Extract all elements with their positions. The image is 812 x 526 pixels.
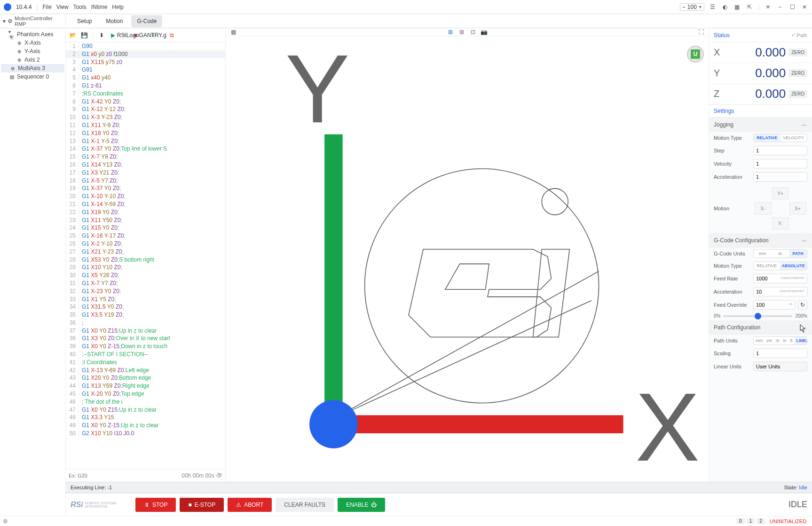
code-line[interactable]: 14G1 X-37 Y0 Z0;Top line of lower S [66, 145, 225, 153]
code-line[interactable]: 40;--START OF I SECTION-- [66, 351, 225, 359]
code-line[interactable]: 25G1 X-16 Y-17 Z0; [66, 232, 225, 240]
code-line[interactable]: 5G1 x40 y40 [66, 74, 225, 82]
zoom-out[interactable]: − [682, 4, 686, 10]
jog-x-minus[interactable]: X- [755, 202, 772, 215]
tree-item-axis-2[interactable]: ⊕Axis 2 [0, 56, 65, 64]
code-line[interactable]: 46; The dot of the i [66, 398, 225, 406]
code-line[interactable]: 1G90 [66, 42, 225, 50]
jog-velocity[interactable]: VELOCITY [780, 134, 807, 142]
code-line[interactable]: 39G1 X0 Y0 Z-15;Down in z to touch [66, 343, 225, 351]
units-mm[interactable]: mm [754, 250, 772, 257]
code-line[interactable]: 17G1 X3 Y21 Z0; [66, 169, 225, 177]
status-chip-2[interactable]: 2 [757, 518, 765, 524]
window-maximize[interactable]: ☐ [788, 3, 796, 11]
scaling-input[interactable] [753, 349, 807, 358]
code-line[interactable]: 23G1 X11 Y50 Z0; [66, 216, 225, 224]
code-line[interactable]: 28G1 X53 Y0 Z0;S bottom right [66, 256, 225, 264]
stop-button[interactable]: ⏸STOP [135, 498, 176, 512]
jogging-header[interactable]: Jogging ︿ [709, 118, 812, 132]
feed-slider[interactable] [723, 315, 792, 317]
jog-relative[interactable]: RELATIVE [754, 134, 780, 142]
menu-tools[interactable]: Tools [73, 4, 87, 10]
pu-linear[interactable]: LINEAR [795, 337, 807, 344]
code-line[interactable]: 43G1 X20 Y0 Z0;Bottom edge [66, 374, 225, 382]
pu-cm[interactable]: cm [765, 337, 774, 344]
zero-button[interactable]: ZERO [788, 48, 807, 56]
tab-setup[interactable]: Setup [71, 15, 97, 27]
code-line[interactable]: 29G1 X10 Y10 Z0; [66, 263, 225, 271]
code-line[interactable]: 21G1 X-14 Y-59 Z0; [66, 200, 225, 208]
abort-button[interactable]: ⚠ABORT [228, 498, 272, 512]
menu-help[interactable]: Help [112, 4, 124, 10]
menu-view[interactable]: View [56, 4, 69, 10]
code-line[interactable]: 6G1 z-61 [66, 82, 225, 90]
layout-icon[interactable]: ☰ [709, 3, 717, 11]
gcode-absolute[interactable]: ABSOLUTE [780, 262, 807, 270]
gcode-config-header[interactable]: G-Code Configuration ︿ [709, 233, 812, 247]
jog-y-plus[interactable]: Y+ [772, 187, 789, 199]
tab-motion[interactable]: Motion [100, 15, 128, 27]
code-line[interactable]: 13G1 X-1 Y-5 Z0; [66, 137, 225, 145]
code-line[interactable]: 7;RS Coordinates [66, 90, 225, 98]
theme-icon[interactable]: ☀ [764, 3, 772, 11]
code-line[interactable]: 16G1 X14 Y13 Z0; [66, 161, 225, 169]
settings-header[interactable]: Settings [709, 104, 812, 118]
code-line[interactable]: 34G1 X31.5 Y0 Z0; [66, 303, 225, 311]
file-copy-icon[interactable]: ⧉ [170, 32, 174, 39]
code-line[interactable]: 47G1 X0 Y0 Z15;Up in z to clear [66, 406, 225, 414]
tree-item-y-axis[interactable]: ⊕Y-Axis [0, 47, 65, 56]
code-line[interactable]: 36; [66, 319, 225, 327]
tab-gcode[interactable]: G-Code [131, 15, 162, 27]
canvas[interactable]: U [226, 36, 709, 482]
code-line[interactable]: 49G1 X0 Y0 Z-15;Up in z to clear [66, 422, 225, 430]
menu-file[interactable]: File [43, 4, 52, 10]
units-in[interactable]: in [772, 250, 789, 257]
download-icon[interactable]: ⬇ [98, 32, 105, 39]
jog-y-minus[interactable]: Y- [772, 217, 789, 230]
step-input[interactable] [753, 146, 807, 155]
code-line[interactable]: 44G1 X13 Y69 Z0;Right edge [66, 382, 225, 390]
linear-units-value[interactable] [753, 362, 807, 371]
menu-intime[interactable]: INtime [91, 4, 108, 10]
code-line[interactable]: 32G1 X-23 Y0 Z0; [66, 287, 225, 295]
contrast-icon[interactable]: ◐ [721, 3, 729, 11]
pu-in[interactable]: in [781, 337, 788, 344]
code-line[interactable]: 8G1 X-42 Y0 Z0; [66, 98, 225, 106]
code-line[interactable]: 24G1 X15 Y0 Z0; [66, 224, 225, 232]
code-line[interactable]: 12G1 X18 Y0 Z0; [66, 129, 225, 137]
units-path[interactable]: PATH [789, 250, 807, 257]
code-editor[interactable]: 1G902G1 x0 y0 z0 f10003G1 X115 y75 z04G9… [66, 42, 225, 469]
code-line[interactable]: 27G1 X21 Y-23 Z0; [66, 248, 225, 256]
code-line[interactable]: 45G1 X-20 Y0 Z0;Top edge [66, 390, 225, 398]
code-line[interactable]: 30G1 X5 Y28 Z0; [66, 271, 225, 279]
gear-icon[interactable]: ⚙ [3, 518, 9, 525]
gcode-relative[interactable]: RELATIVE [754, 262, 780, 270]
code-line[interactable]: 19G1 X-37 Y0 Z0; [66, 184, 225, 192]
export-icon[interactable]: ⇱ [746, 3, 753, 11]
tree-item-phantom-axes[interactable]: ▾ 👻Phantom Axes [0, 30, 65, 39]
code-line[interactable]: 50G2 X10 Y10 I10 J0.0 [66, 430, 225, 438]
velocity-input[interactable] [753, 159, 807, 168]
code-line[interactable]: 26G1 X-2 Y-10 Z0; [66, 240, 225, 248]
pu-mm[interactable]: mm [754, 337, 765, 344]
accel-input[interactable] [753, 172, 807, 182]
status-chip-1[interactable]: 1 [747, 518, 755, 524]
code-line[interactable]: 48G1 X3.3 Y15 [66, 414, 225, 422]
code-line[interactable]: 9G1 X-12 Y-12 Z0; [66, 105, 225, 113]
grid-single-icon[interactable]: ▦ [229, 28, 237, 36]
estop-button[interactable]: ■E-STOP [180, 498, 224, 512]
code-line[interactable]: 2G1 x0 y0 z0 f1000 [66, 50, 225, 58]
refresh-icon[interactable]: ↻ [798, 300, 807, 310]
code-line[interactable]: 22G1 X19 Y0 Z0; [66, 208, 225, 216]
code-line[interactable]: 38G1 X3 Y0 Z0;Over in X to new start [66, 335, 225, 343]
path-config-header[interactable]: Path Configuration ︿ [709, 320, 812, 335]
window-minimize[interactable]: − [776, 3, 784, 11]
tree-item-sequencer-0[interactable]: ▤Sequencer 0 [0, 72, 65, 81]
save-icon[interactable]: 💾 [81, 32, 87, 39]
code-line[interactable]: 20G1 X-10 Y-10 Z0; [66, 192, 225, 200]
code-line[interactable]: 4G91 [66, 66, 225, 74]
code-line[interactable]: 3G1 X115 y75 z0 [66, 58, 225, 66]
jog-x-plus[interactable]: X+ [789, 202, 806, 215]
tree-item-multiaxis-3[interactable]: ⊛MultiAxis 3 [1, 64, 64, 72]
clear-faults-button[interactable]: CLEAR FAULTS [276, 498, 334, 512]
